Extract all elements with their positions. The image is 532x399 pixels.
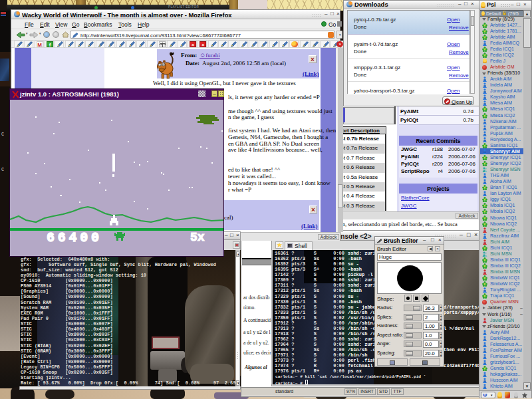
svg-text:66400: 66400: [47, 230, 99, 245]
svg-text:5x: 5x: [190, 231, 205, 244]
